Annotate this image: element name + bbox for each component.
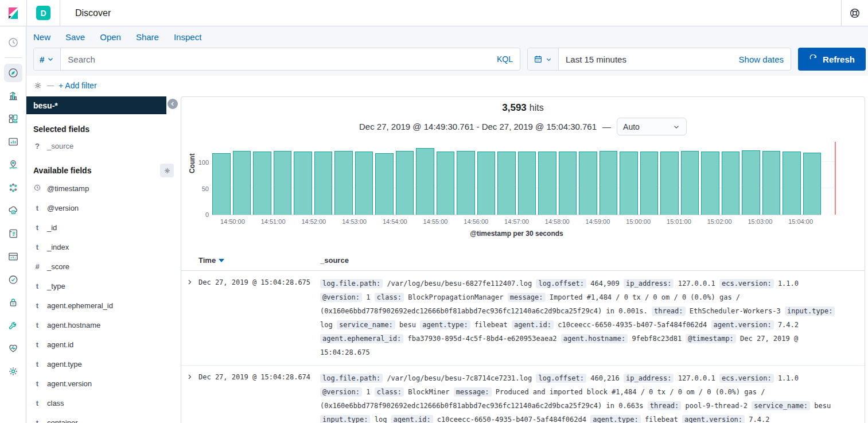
histogram-bar-14:57:30[interactable] bbox=[538, 152, 556, 215]
field-item-agent.hostname[interactable]: tagent.hostname bbox=[26, 315, 181, 335]
histogram-bar-14:56:00[interactable] bbox=[477, 152, 496, 215]
field-item-@version[interactable]: t@version bbox=[26, 198, 181, 218]
query-filter-menu-button[interactable]: # bbox=[34, 48, 61, 70]
histogram-bar-14:57:00[interactable] bbox=[518, 152, 536, 215]
hits-header: 3,593hits bbox=[181, 102, 865, 114]
filter-settings-gear-icon[interactable] bbox=[33, 81, 42, 90]
kql-toggle[interactable]: KQL bbox=[497, 55, 520, 64]
show-dates-link[interactable]: Show dates bbox=[739, 55, 791, 64]
source-field-name: log.file.path: bbox=[320, 279, 383, 288]
field-item-_source[interactable]: ? _source bbox=[26, 136, 181, 156]
nav-siem[interactable] bbox=[4, 293, 22, 312]
histogram-bar-15:04:00[interactable] bbox=[803, 153, 822, 215]
histogram-bar-14:54:00[interactable] bbox=[396, 151, 414, 215]
page-title: Discover bbox=[75, 8, 111, 18]
source-field-value: log bbox=[370, 416, 391, 423]
field-item-_index[interactable]: t_index bbox=[26, 237, 181, 257]
time-column-header[interactable]: Time bbox=[198, 256, 320, 265]
field-type-icon: t bbox=[33, 340, 41, 349]
nav-canvas[interactable] bbox=[4, 133, 22, 151]
nav-apm[interactable] bbox=[4, 201, 22, 220]
field-item-agent.ephemeral_id[interactable]: tagent.ephemeral_id bbox=[26, 296, 181, 315]
histogram-bar-14:55:30[interactable] bbox=[457, 151, 475, 215]
nav-maps[interactable] bbox=[4, 156, 22, 174]
histogram-bar-14:53:00[interactable] bbox=[355, 152, 373, 215]
histogram-bar-15:02:30[interactable] bbox=[742, 150, 760, 215]
help-button[interactable] bbox=[842, 0, 868, 26]
nav-dev-tools[interactable] bbox=[4, 316, 22, 335]
menu-save[interactable]: Save bbox=[65, 32, 85, 42]
expand-row-icon[interactable] bbox=[186, 371, 198, 382]
field-item-class[interactable]: tclass bbox=[26, 393, 181, 413]
field-item-agent.type[interactable]: tagent.type bbox=[26, 354, 181, 374]
histogram-bar-14:50:30[interactable] bbox=[253, 152, 271, 215]
field-item-_score[interactable]: #_score bbox=[26, 257, 181, 276]
histogram-bar-14:51:30[interactable] bbox=[294, 152, 312, 215]
menu-new[interactable]: New bbox=[33, 32, 50, 42]
histogram-bar-14:49:30[interactable] bbox=[212, 153, 231, 215]
source-field-name: service_name: bbox=[752, 401, 810, 410]
field-item-_id[interactable]: t_id bbox=[26, 218, 181, 237]
range-separator: — bbox=[602, 122, 611, 131]
source-field-value: c10ceecc-6650-4935-b407-5af484f062d4 bbox=[554, 321, 711, 329]
nav-visualize[interactable] bbox=[4, 87, 22, 105]
histogram-bar-14:56:30[interactable] bbox=[497, 152, 516, 215]
add-filter-link[interactable]: + Add filter bbox=[59, 81, 97, 90]
chart-plot-area[interactable]: 100 50 0 bbox=[212, 143, 821, 215]
nav-metrics[interactable] bbox=[4, 247, 22, 266]
histogram-bar-14:59:30[interactable] bbox=[620, 152, 638, 215]
gear-icon bbox=[7, 366, 19, 377]
histogram-bar-15:03:00[interactable] bbox=[762, 151, 781, 215]
machine-learning-icon bbox=[7, 182, 19, 193]
field-item-agent.id[interactable]: tagent.id bbox=[26, 335, 181, 354]
nav-uptime[interactable] bbox=[4, 270, 22, 289]
histogram-bar-14:53:30[interactable] bbox=[375, 153, 394, 215]
histogram-bar-15:01:00[interactable] bbox=[681, 151, 699, 215]
histogram-bar-14:52:30[interactable] bbox=[334, 151, 353, 215]
expand-row-icon[interactable] bbox=[186, 277, 198, 288]
field-settings-button[interactable] bbox=[160, 164, 174, 177]
header-divider bbox=[26, 0, 27, 26]
interval-select[interactable]: Auto bbox=[617, 118, 687, 135]
field-item-agent.version[interactable]: tagent.version bbox=[26, 374, 181, 393]
histogram-bar-15:00:00[interactable] bbox=[640, 152, 659, 215]
nav-management[interactable] bbox=[4, 362, 22, 381]
histogram-bar-15:02:00[interactable] bbox=[722, 152, 740, 215]
histogram-bar-14:54:30[interactable] bbox=[416, 148, 434, 215]
source-field-name: class: bbox=[375, 293, 404, 302]
nav-recently-viewed[interactable] bbox=[4, 33, 22, 52]
histogram-bar-14:55:00[interactable] bbox=[437, 152, 455, 215]
menu-open[interactable]: Open bbox=[100, 32, 121, 42]
time-range-display[interactable]: Last 15 minutes bbox=[559, 55, 739, 64]
histogram-bar-14:58:30[interactable] bbox=[579, 152, 597, 215]
nav-stack-monitoring[interactable] bbox=[4, 339, 22, 358]
nav-machine-learning[interactable] bbox=[4, 178, 22, 197]
index-pattern-selector[interactable]: besu-* bbox=[26, 96, 166, 114]
hash-icon: # bbox=[40, 55, 44, 64]
histogram-bar-14:50:00[interactable] bbox=[233, 151, 251, 215]
histogram-bar-15:03:30[interactable] bbox=[783, 152, 801, 215]
histogram-bar-14:58:00[interactable] bbox=[559, 152, 577, 215]
nav-logs[interactable] bbox=[4, 224, 22, 243]
histogram-bar-14:51:00[interactable] bbox=[274, 151, 292, 215]
field-item-_type[interactable]: t_type bbox=[26, 276, 181, 296]
collapse-sidebar-button[interactable] bbox=[168, 99, 178, 109]
menu-share[interactable]: Share bbox=[136, 32, 159, 42]
clock-icon bbox=[33, 184, 41, 193]
kibana-logo[interactable] bbox=[0, 0, 26, 26]
nav-dashboard[interactable] bbox=[4, 110, 22, 128]
histogram-bar-14:52:00[interactable] bbox=[314, 152, 333, 215]
space-badge[interactable]: D bbox=[36, 6, 50, 20]
x-axis-tick: 15:02:00 bbox=[707, 218, 732, 225]
nav-discover[interactable] bbox=[4, 64, 22, 82]
field-item-container[interactable]: tcontainer bbox=[26, 413, 181, 423]
menu-inspect[interactable]: Inspect bbox=[174, 32, 201, 42]
field-item-@timestamp[interactable]: @timestamp bbox=[26, 178, 181, 198]
date-quick-select-button[interactable] bbox=[528, 48, 559, 70]
search-input[interactable] bbox=[61, 55, 497, 64]
source-field-value: pool-9-thread-2 bbox=[681, 402, 752, 410]
refresh-button[interactable]: Refresh bbox=[798, 48, 866, 71]
histogram-bar-14:59:00[interactable] bbox=[600, 151, 618, 215]
histogram-bar-15:01:30[interactable] bbox=[701, 152, 719, 215]
histogram-bar-15:00:30[interactable] bbox=[660, 152, 679, 215]
